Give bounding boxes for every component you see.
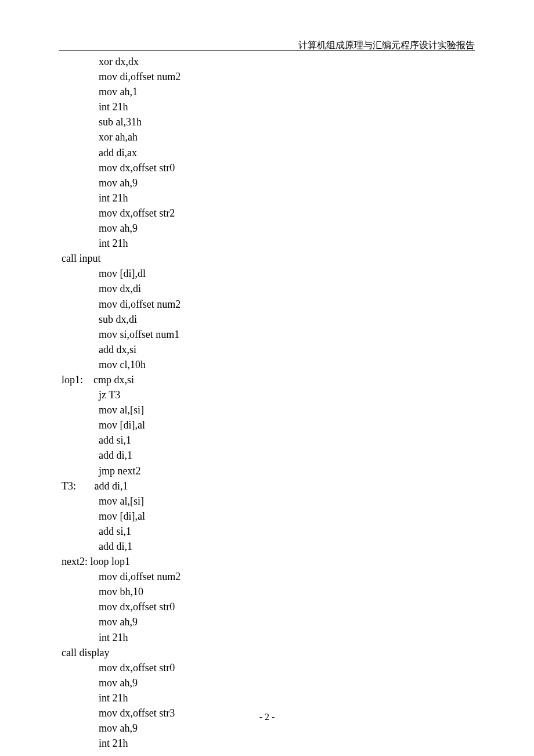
- code-line: xor ah,ah: [62, 129, 475, 145]
- code-text: mov di,offset num2: [99, 571, 181, 582]
- code-text: xor dx,dx: [99, 56, 139, 67]
- code-line: sub al,31h: [62, 114, 475, 129]
- code-text: sub al,31h: [99, 116, 142, 128]
- code-line: add si,1: [62, 433, 475, 448]
- code-line: mov al,[si]: [62, 494, 475, 509]
- code-text: mov ah,9: [99, 677, 138, 689]
- code-line: mov dx,offset str2: [62, 206, 475, 221]
- code-text: mov ah,9: [99, 722, 138, 734]
- code-text: mov dx,offset str0: [99, 662, 175, 674]
- code-text: call display: [62, 647, 109, 658]
- code-line: call input: [62, 251, 475, 266]
- code-text: mov cl,10h: [99, 359, 146, 370]
- code-text: mov si,offset num1: [99, 329, 179, 340]
- code-line: mov [di],dl: [62, 266, 475, 281]
- code-line: mov al,[si]: [62, 402, 475, 417]
- code-text: mov ah,9: [99, 177, 138, 189]
- code-text: mov ah,9: [99, 616, 138, 628]
- code-text: int 21h: [99, 692, 128, 704]
- code-text: call input: [62, 253, 100, 264]
- code-text: mov [di],al: [99, 510, 145, 522]
- code-text: mov bh,10: [99, 586, 143, 597]
- code-text: mov ah,9: [99, 222, 138, 234]
- code-text: mov [di],al: [99, 419, 145, 431]
- code-text: T3: add di,1: [62, 480, 128, 492]
- code-line: mov di,offset num2: [62, 569, 475, 584]
- code-line: sub dx,di: [62, 312, 475, 327]
- code-line: mov ah,1: [62, 84, 475, 99]
- code-text: int 21h: [99, 737, 128, 749]
- page-footer: - 2 -: [0, 712, 534, 722]
- code-text: mov ah,1: [99, 86, 138, 98]
- code-line: int 21h: [62, 190, 475, 206]
- code-text: add si,1: [99, 525, 131, 537]
- code-line: add dx,si: [62, 342, 475, 357]
- code-text: mov di,offset num2: [99, 298, 181, 310]
- code-line: add di,1: [62, 448, 475, 463]
- code-line: mov dx,offset str0: [62, 160, 475, 175]
- code-text: jmp next2: [99, 465, 141, 477]
- code-text: next2: loop lop1: [62, 556, 130, 567]
- code-line: lop1: cmp dx,si: [62, 372, 475, 387]
- header-text: 计算机组成原理与汇编元程序设计实验报告: [298, 40, 475, 50]
- code-text: mov dx,offset str2: [99, 207, 175, 219]
- code-line: mov ah,9: [62, 221, 475, 236]
- code-text: add dx,si: [99, 344, 136, 355]
- code-text: lop1: cmp dx,si: [62, 374, 134, 386]
- code-line: mov ah,9: [62, 721, 475, 736]
- code-line: mov ah,9: [62, 614, 475, 629]
- code-text: jz T3: [99, 389, 120, 401]
- code-line: int 21h: [62, 630, 475, 645]
- code-text: add si,1: [99, 434, 131, 446]
- code-line: T3: add di,1: [62, 478, 475, 494]
- code-text: add di,1: [99, 449, 132, 461]
- code-line: add di,ax: [62, 145, 475, 160]
- page-number: - 2 -: [259, 712, 275, 722]
- code-line: jmp next2: [62, 463, 475, 478]
- code-line: mov dx,offset str0: [62, 660, 475, 675]
- code-line: mov di,offset num2: [62, 69, 475, 84]
- code-line: int 21h: [62, 690, 475, 705]
- code-text: mov al,[si]: [99, 404, 144, 416]
- code-line: mov dx,offset str0: [62, 599, 475, 614]
- code-line: jz T3: [62, 387, 475, 402]
- code-line: mov cl,10h: [62, 357, 475, 372]
- code-line: add si,1: [62, 524, 475, 539]
- code-text: sub dx,di: [99, 314, 137, 325]
- code-text: xor ah,ah: [99, 131, 138, 143]
- code-line: mov [di],al: [62, 509, 475, 524]
- code-text: mov [di],dl: [99, 268, 146, 279]
- code-line: mov [di],al: [62, 417, 475, 433]
- code-line: mov si,offset num1: [62, 327, 475, 342]
- header-separator: [59, 50, 475, 51]
- code-line: mov di,offset num2: [62, 297, 475, 312]
- code-line: mov bh,10: [62, 584, 475, 599]
- code-line: mov dx,di: [62, 281, 475, 296]
- code-line: int 21h: [62, 736, 475, 751]
- code-line: xor dx,dx: [62, 54, 475, 69]
- code-text: add di,1: [99, 541, 132, 552]
- code-text: int 21h: [99, 632, 128, 643]
- code-line: int 21h: [62, 236, 475, 251]
- code-text: mov dx,offset str0: [99, 601, 175, 613]
- code-text: int 21h: [99, 101, 128, 113]
- code-line: call display: [62, 645, 475, 660]
- code-content: xor dx,dxmov di,offset num2mov ah,1int 2…: [62, 54, 475, 751]
- code-text: int 21h: [99, 192, 128, 204]
- code-line: add di,1: [62, 539, 475, 554]
- code-text: mov dx,offset str0: [99, 162, 175, 174]
- code-text: mov dx,di: [99, 283, 141, 294]
- code-line: next2: loop lop1: [62, 554, 475, 569]
- code-text: add di,ax: [99, 147, 137, 159]
- code-text: mov al,[si]: [99, 495, 144, 507]
- code-line: mov ah,9: [62, 175, 475, 190]
- code-text: mov di,offset num2: [99, 71, 181, 82]
- code-line: mov ah,9: [62, 675, 475, 690]
- code-line: int 21h: [62, 99, 475, 114]
- code-text: int 21h: [99, 237, 128, 249]
